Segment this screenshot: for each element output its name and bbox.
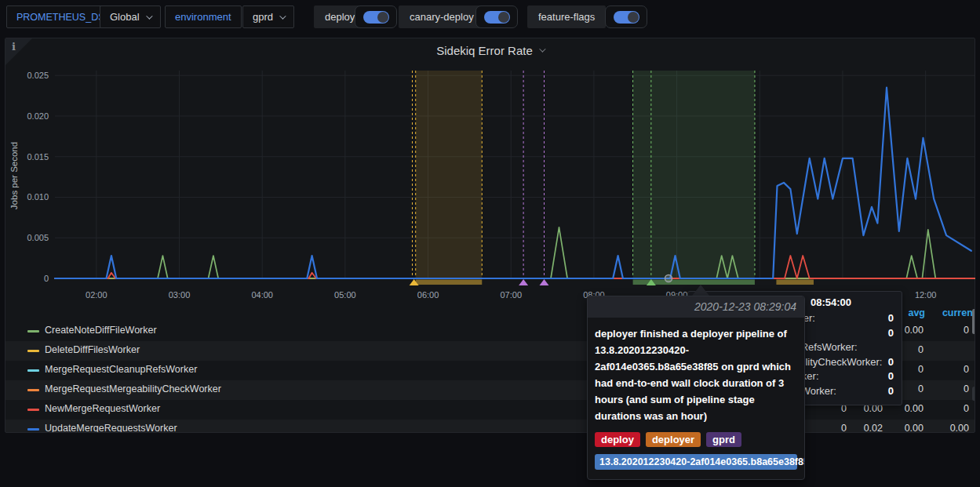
legend-label[interactable]: UpdateMergeRequestsWorker bbox=[45, 423, 177, 433]
legend-value: 0 bbox=[920, 383, 969, 394]
scrollbar-track bbox=[972, 387, 975, 401]
annotation-tooltip-arrow bbox=[692, 285, 709, 296]
environment-label: environment bbox=[175, 11, 231, 23]
legend-label[interactable]: MergeRequestCleanupRefsWorker bbox=[45, 364, 197, 375]
tag-deploy: deploy bbox=[595, 432, 640, 447]
annotation-tooltip: 2020-12-23 08:29:04 deployer finished a … bbox=[587, 296, 805, 480]
legend-color-chip bbox=[27, 350, 39, 352]
feature-flags-toggle[interactable] bbox=[605, 5, 647, 28]
legend-label[interactable]: NewMergeRequestWorker bbox=[45, 403, 160, 414]
panel-menu-chevron-icon[interactable] bbox=[539, 45, 545, 52]
toggle-on-icon bbox=[484, 11, 510, 24]
panel-title[interactable]: Sidekiq Error Rate bbox=[436, 44, 533, 57]
legend-color-chip bbox=[27, 369, 39, 372]
legend-label[interactable]: DeleteDiffFilesWorker bbox=[45, 344, 140, 355]
legend-label[interactable]: CreateNoteDiffFileWorker bbox=[45, 325, 157, 336]
tooltip-series-value: 0 bbox=[888, 355, 894, 370]
tag-deployer: deployer bbox=[646, 432, 701, 447]
chevron-down-icon bbox=[146, 13, 152, 19]
environment-dropdown[interactable]: gprd bbox=[242, 5, 294, 28]
global-dropdown[interactable]: Global bbox=[100, 5, 161, 28]
tooltip-series-value: 0 bbox=[888, 369, 894, 384]
deploy-toggle[interactable] bbox=[355, 5, 397, 28]
legend-color-chip bbox=[27, 428, 39, 431]
legend-color-chip bbox=[27, 389, 39, 391]
annotation-timestamp: 2020-12-23 08:29:04 bbox=[588, 296, 804, 318]
legend-value: 0.00 bbox=[920, 423, 969, 433]
legend-header-current[interactable]: current bbox=[927, 307, 975, 318]
toggle-on-icon bbox=[363, 11, 389, 24]
global-value: Global bbox=[110, 11, 140, 23]
legend-value: 0 bbox=[920, 325, 969, 336]
environment-variable-label[interactable]: environment bbox=[165, 5, 242, 28]
annotation-tags: deploy deployer gprd bbox=[595, 432, 797, 447]
canary-deploy-toggle[interactable] bbox=[475, 5, 518, 28]
feature-flags-toggle-label: feature-flags bbox=[527, 5, 606, 28]
datasource-label: PROMETHEUS_DS bbox=[16, 12, 105, 23]
tooltip-series-value: 0 bbox=[888, 311, 894, 326]
legend-row[interactable]: UpdateMergeRequestsWorker 0 0.02 0.00 0.… bbox=[5, 420, 975, 433]
legend-value: 0 bbox=[920, 364, 969, 375]
datasource-picker[interactable]: PROMETHEUS_DS bbox=[6, 5, 115, 28]
legend-value: 0 bbox=[920, 403, 969, 414]
environment-value: gprd bbox=[253, 11, 273, 23]
chevron-down-icon bbox=[279, 13, 286, 19]
tag-version: 13.8.202012230420-2af014e0365.b8a65e38f8… bbox=[595, 454, 797, 470]
toggle-on-icon bbox=[614, 11, 639, 24]
legend-color-chip bbox=[27, 330, 39, 333]
annotation-text: deployer finished a deployer pipeline of… bbox=[595, 325, 797, 424]
dashboard-screen: PROMETHEUS_DS Global environment gprd de… bbox=[0, 0, 980, 487]
legend-color-chip bbox=[27, 409, 39, 411]
legend-value: 0.00 bbox=[875, 423, 924, 433]
tooltip-series-value: 0 bbox=[888, 326, 894, 341]
tooltip-series-value: 0 bbox=[888, 384, 894, 399]
legend-label[interactable]: MergeRequestMergeabilityCheckWorker bbox=[45, 383, 221, 394]
legend-scrollbar[interactable] bbox=[972, 309, 975, 334]
canary-deploy-toggle-label: canary-deploy bbox=[399, 5, 485, 28]
tag-gprd: gprd bbox=[706, 432, 741, 447]
